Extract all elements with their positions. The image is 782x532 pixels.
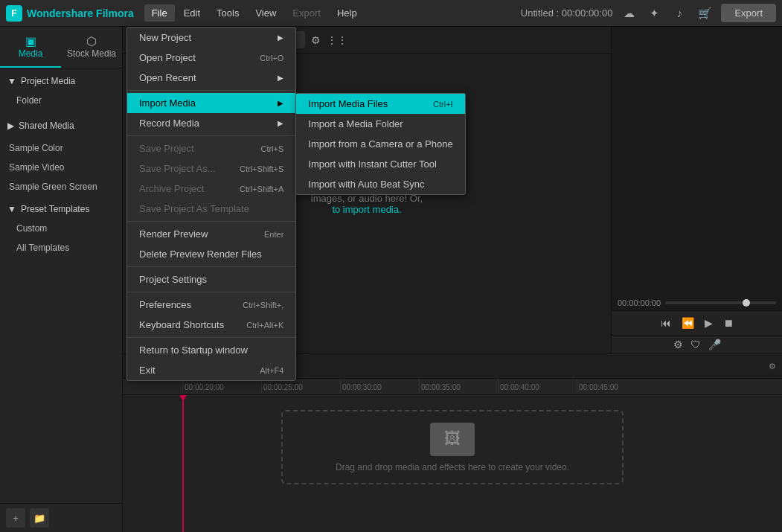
menu-file[interactable]: File bbox=[144, 4, 175, 22]
shared-media-header[interactable]: ▶ Shared Media bbox=[0, 116, 122, 135]
preview-video bbox=[612, 27, 782, 295]
folder-button[interactable]: 📁 bbox=[30, 508, 49, 528]
sidebar-item-all-templates[interactable]: All Templates bbox=[0, 238, 122, 257]
menu-edit[interactable]: Edit bbox=[176, 4, 208, 22]
shared-media-section: ▶ Shared Media bbox=[0, 113, 122, 138]
preview-settings-icon[interactable]: ⚙ bbox=[673, 339, 683, 350]
preset-templates-section: ▼ Preset Templates Custom All Templates bbox=[0, 196, 122, 260]
submenu-import-files[interactable]: Import Media Files Ctrl+I bbox=[296, 94, 464, 114]
project-media-section: ▼ Project Media Folder bbox=[0, 68, 122, 113]
stock-tab-icon: ⬡ bbox=[65, 34, 118, 48]
menu-exit[interactable]: Exit Alt+F4 bbox=[127, 360, 295, 380]
preset-templates-chevron: ▼ bbox=[7, 204, 16, 214]
menu-tools[interactable]: Tools bbox=[209, 4, 246, 22]
add-folder-button[interactable]: + bbox=[6, 508, 25, 528]
submenu-import-cutter[interactable]: Import with Instant Cutter Tool bbox=[296, 154, 464, 174]
menu-open-project[interactable]: Open Project Ctrl+O bbox=[127, 48, 295, 68]
sidebar: ▣ Media ⬡ Stock Media ▼ Project Media Fo… bbox=[0, 27, 123, 532]
preview-time-display: 00:00:00:00 bbox=[618, 298, 661, 307]
preview-skip-back-button[interactable]: ⏮ bbox=[661, 317, 671, 329]
menu-help[interactable]: Help bbox=[330, 4, 365, 22]
menu-open-recent[interactable]: Open Recent ▶ bbox=[127, 68, 295, 88]
sidebar-tab-stock[interactable]: ⬡ Stock Media bbox=[61, 27, 122, 68]
cloud-icon[interactable]: ☁ bbox=[620, 4, 638, 22]
menu-save-template: Save Project As Template bbox=[127, 199, 295, 219]
submenu-import-camera[interactable]: Import from a Camera or a Phone bbox=[296, 134, 464, 154]
file-menu-sep5 bbox=[127, 292, 295, 292]
file-menu-sep4 bbox=[127, 266, 295, 267]
project-media-label: Project Media bbox=[21, 76, 75, 86]
file-menu-sep2 bbox=[127, 135, 295, 136]
preview-panel: 00:00:00:00 ⏮ ⏪ ▶ ⏹ ⚙ 🛡 🎤 bbox=[611, 27, 782, 353]
preview-time-bar: 00:00:00:00 bbox=[612, 295, 782, 310]
import-link[interactable]: to import media. bbox=[332, 204, 401, 215]
sidebar-item-sample-color[interactable]: Sample Color bbox=[0, 138, 122, 158]
shared-media-chevron: ▶ bbox=[7, 121, 14, 131]
preset-templates-label: Preset Templates bbox=[21, 204, 90, 214]
filter-icon[interactable]: ⚙ bbox=[311, 34, 321, 46]
menu-export[interactable]: Export bbox=[285, 4, 328, 22]
topbar-right: Untitled : 00:00:00:00 ☁ ✦ ♪ 🛒 Export bbox=[521, 4, 776, 22]
headphones-icon[interactable]: ♪ bbox=[670, 4, 688, 22]
menu-new-project[interactable]: New Project ▶ bbox=[127, 28, 295, 48]
menu-record-media[interactable]: Record Media ▶ bbox=[127, 113, 295, 133]
menu-view[interactable]: View bbox=[248, 4, 283, 22]
timeline-tracks: 🖼 Drag and drop media and effects here t… bbox=[123, 395, 782, 532]
content-hint-text: images, or audio here! Or, to import med… bbox=[311, 193, 423, 215]
app-logo: F Wondershare Filmora bbox=[6, 5, 134, 22]
app-logo-icon: F bbox=[6, 5, 22, 22]
menu-render-preview[interactable]: Render Preview Enter bbox=[127, 224, 295, 244]
timeline-playhead bbox=[182, 395, 184, 532]
menu-project-settings[interactable]: Project Settings bbox=[127, 269, 295, 289]
preview-stop-button[interactable]: ⏹ bbox=[723, 317, 734, 329]
cart-icon[interactable]: 🛒 bbox=[696, 4, 714, 22]
submenu-import-beat-sync[interactable]: Import with Auto Beat Sync bbox=[296, 174, 464, 194]
submenu-import-folder[interactable]: Import a Media Folder bbox=[296, 114, 464, 134]
menu-return-startup[interactable]: Return to Startup window bbox=[127, 340, 295, 360]
menu-delete-render[interactable]: Delete Preview Render Files bbox=[127, 244, 295, 264]
preview-play-button[interactable]: ▶ bbox=[705, 317, 713, 329]
menu-bar: File Edit Tools View Export Help bbox=[144, 4, 365, 22]
file-menu-sep1 bbox=[127, 90, 295, 91]
export-button[interactable]: Export bbox=[721, 4, 776, 22]
ruler-mark-6: 00:00:45:00 bbox=[577, 379, 656, 393]
timeline-drop-zone: 🖼 Drag and drop media and effects here t… bbox=[281, 410, 624, 484]
timeline-drop-text: Drag and drop media and effects here to … bbox=[336, 462, 569, 472]
menu-import-media[interactable]: Import Media ▶ Import Media Files Ctrl+I… bbox=[127, 93, 295, 113]
sidebar-bottom-toolbar: + 📁 bbox=[0, 503, 122, 532]
sidebar-tab-media[interactable]: ▣ Media bbox=[0, 27, 61, 68]
timeline-settings-icon[interactable]: ⚙ bbox=[769, 362, 776, 371]
sidebar-item-sample-video[interactable]: Sample Video bbox=[0, 158, 122, 177]
preset-templates-header[interactable]: ▼ Preset Templates bbox=[0, 199, 122, 219]
preview-shield-icon[interactable]: 🛡 bbox=[690, 339, 701, 350]
sidebar-item-custom[interactable]: Custom bbox=[0, 219, 122, 238]
media-tab-label: Media bbox=[19, 48, 43, 59]
import-media-submenu: Import Media Files Ctrl+I Import a Media… bbox=[295, 93, 465, 195]
app-name: Wondershare Filmora bbox=[27, 7, 134, 19]
sidebar-item-sample-green[interactable]: Sample Green Screen bbox=[0, 177, 122, 196]
ruler-mark-4: 00:00:35:00 bbox=[419, 379, 498, 393]
file-menu-sep6 bbox=[127, 337, 295, 338]
ruler-mark-5: 00:00:40:00 bbox=[498, 379, 577, 393]
preview-slider[interactable] bbox=[665, 301, 776, 304]
grid-icon[interactable]: ⋮⋮ bbox=[327, 34, 347, 46]
ruler-mark-3: 00:00:30:00 bbox=[340, 379, 419, 393]
menu-keyboard-shortcuts[interactable]: Keyboard Shortcuts Ctrl+Alt+K bbox=[127, 315, 295, 335]
sidebar-tabs: ▣ Media ⬡ Stock Media bbox=[0, 27, 122, 68]
timeline-ruler: 00:00:20:00 00:00:25:00 00:00:30:00 00:0… bbox=[123, 379, 782, 395]
preview-slider-handle[interactable] bbox=[743, 299, 750, 307]
preview-mic-icon[interactable]: 🎤 bbox=[708, 339, 721, 350]
project-media-header[interactable]: ▼ Project Media bbox=[0, 71, 122, 91]
timeline-drop-icon: 🖼 bbox=[430, 423, 475, 456]
file-menu: New Project ▶ Open Project Ctrl+O Open R… bbox=[126, 27, 296, 381]
sidebar-item-folder[interactable]: Folder bbox=[0, 91, 122, 110]
project-media-chevron: ▼ bbox=[7, 76, 16, 86]
preview-step-back-button[interactable]: ⏪ bbox=[682, 317, 694, 329]
shared-media-label: Shared Media bbox=[19, 121, 74, 131]
menu-preferences[interactable]: Preferences Ctrl+Shift+, bbox=[127, 295, 295, 315]
sun-icon[interactable]: ✦ bbox=[645, 4, 663, 22]
file-menu-sep3 bbox=[127, 221, 295, 222]
menu-archive-project: Archive Project Ctrl+Shift+A bbox=[127, 179, 295, 199]
menu-save-project: Save Project Ctrl+S bbox=[127, 138, 295, 158]
preview-controls: ⏮ ⏪ ▶ ⏹ bbox=[612, 310, 782, 335]
